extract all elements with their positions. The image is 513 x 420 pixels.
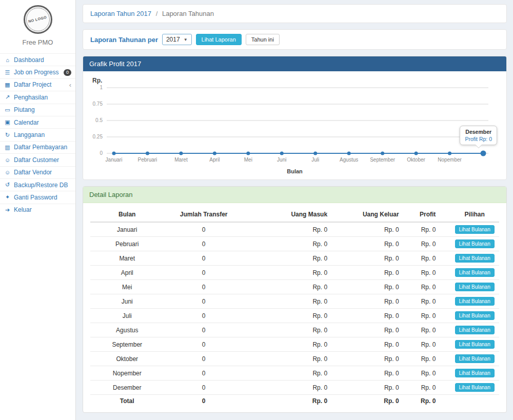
lihat-bulanan-button[interactable]: Lihat Bulanan — [455, 311, 495, 320]
data-point[interactable] — [347, 152, 351, 155]
sidebar-item-daftar-project[interactable]: ▦ Daftar Project ‹ — [0, 78, 75, 91]
profit-chart-svg: 00.250.50.751Rp.JanuariPebruariMaretApri… — [88, 75, 501, 167]
sidebar-item-langganan[interactable]: ↻ Langganan — [0, 128, 75, 141]
cell-jumlah: 0 — [164, 222, 243, 237]
lihat-bulanan-button[interactable]: Lihat Bulanan — [455, 369, 495, 377]
sidebar-item-keluar[interactable]: ➔ Keluar — [0, 204, 75, 216]
table-total-row: Total 0 Rp. 0 Rp. 0 Rp. 0 — [90, 395, 499, 408]
chart-line-icon: ↗ — [4, 94, 11, 101]
data-point[interactable] — [112, 152, 116, 155]
cell-jumlah: 0 — [164, 337, 243, 352]
chart-x-axis-label: Bulan — [88, 168, 501, 174]
cell-profit: Rp. 0 — [413, 337, 450, 352]
cell-jumlah: 0 — [164, 366, 243, 381]
sidebar-item-penghasilan[interactable]: ↗ Penghasilan — [0, 91, 75, 103]
detail-table-wrap: Bulan Jumlah Transfer Uang Masuk Uang Ke… — [83, 203, 506, 412]
users-icon: ☺ — [4, 169, 11, 175]
data-point[interactable] — [415, 152, 418, 155]
data-point[interactable] — [213, 152, 216, 155]
cell-bulan: Maret — [90, 251, 164, 266]
lihat-bulanan-button[interactable]: Lihat Bulanan — [455, 254, 495, 263]
total-jumlah: 0 — [164, 395, 243, 408]
col-uang-keluar: Uang Keluar — [342, 207, 413, 222]
dashboard-icon: ⌂ — [4, 57, 11, 63]
year-select[interactable]: 2017 ▼ — [162, 34, 192, 45]
detail-panel-title: Detail Laporan — [83, 187, 506, 203]
cell-bulan: Juli — [90, 309, 164, 323]
sidebar-item-piutang[interactable]: ▭ Piutang — [0, 104, 75, 116]
cell-jumlah: 0 — [164, 294, 243, 309]
cell-masuk: Rp. 0 — [244, 266, 342, 280]
data-point[interactable] — [246, 152, 250, 155]
month-label: April — [209, 157, 220, 163]
tahun-ini-button[interactable]: Tahun ini — [246, 34, 280, 45]
month-label: Oktober — [407, 157, 425, 163]
month-label: Juni — [277, 157, 286, 163]
data-point[interactable] — [381, 152, 384, 155]
sidebar-item-backup-restore-db[interactable]: ↺ Backup/Restore DB — [0, 178, 75, 191]
sidebar-item-daftar-vendor[interactable]: ☺ Daftar Vendor — [0, 166, 75, 178]
sidebar-menu: ⌂ Dashboard ☰ Job on Progress 0 ▦ Daftar… — [0, 53, 75, 216]
sidebar-item-job-on-progress[interactable]: ☰ Job on Progress 0 — [0, 66, 75, 78]
credit-card-icon: ▥ — [4, 144, 11, 151]
lihat-bulanan-button[interactable]: Lihat Bulanan — [455, 354, 495, 363]
y-tick-label: 1 — [100, 85, 103, 90]
data-point[interactable] — [313, 152, 317, 155]
month-label: September — [370, 157, 396, 163]
lihat-bulanan-button[interactable]: Lihat Bulanan — [455, 225, 495, 234]
cell-jumlah: 0 — [164, 352, 243, 366]
main-content: Laporan Tahun 2017 / Laporan Tahunan Lap… — [76, 0, 513, 420]
cell-bulan: Nopember — [90, 366, 164, 381]
chart-tooltip-title: Desember — [465, 129, 492, 135]
data-point[interactable] — [280, 152, 284, 155]
cell-jumlah: 0 — [164, 309, 243, 323]
cell-profit: Rp. 0 — [413, 280, 450, 294]
cell-keluar: Rp. 0 — [342, 337, 413, 352]
lihat-bulanan-button[interactable]: Lihat Bulanan — [455, 268, 495, 277]
breadcrumb-current: Laporan Tahunan — [162, 10, 214, 17]
sidebar-item-ganti-password[interactable]: ✦ Ganti Password — [0, 191, 75, 203]
sidebar-item-calendar[interactable]: ▣ Calendar — [0, 116, 75, 128]
breadcrumb-link-laporan-tahun[interactable]: Laporan Tahun 2017 — [90, 10, 151, 17]
sidebar-item-daftar-customer[interactable]: ☺ Daftar Customer — [0, 153, 75, 166]
cell-masuk: Rp. 0 — [244, 323, 342, 337]
cell-masuk: Rp. 0 — [244, 222, 342, 237]
cell-jumlah: 0 — [164, 237, 243, 251]
month-label: Januari — [106, 157, 123, 163]
col-pilihan: Pilihan — [450, 207, 499, 222]
filter-label: Laporan Tahunan per — [90, 36, 158, 44]
lock-icon: ✦ — [4, 194, 11, 201]
sidebar-item-dashboard[interactable]: ⌂ Dashboard — [0, 53, 75, 66]
data-point[interactable] — [448, 152, 451, 155]
cell-profit: Rp. 0 — [413, 323, 450, 337]
total-masuk: Rp. 0 — [244, 395, 342, 408]
lihat-bulanan-button[interactable]: Lihat Bulanan — [455, 340, 495, 349]
cell-bulan: April — [90, 266, 164, 280]
year-select-value: 2017 — [166, 36, 180, 43]
table-row: Mei 0 Rp. 0 Rp. 0 Rp. 0 Lihat Bulanan — [90, 280, 499, 294]
cell-keluar: Rp. 0 — [342, 237, 413, 251]
cell-masuk: Rp. 0 — [244, 237, 342, 251]
lihat-laporan-button[interactable]: Lihat Laporan — [196, 34, 242, 45]
cell-bulan: Mei — [90, 280, 164, 294]
data-point[interactable] — [481, 151, 486, 156]
lihat-bulanan-button[interactable]: Lihat Bulanan — [455, 283, 495, 291]
data-point[interactable] — [179, 152, 183, 155]
sidebar-item-daftar-pembayaran[interactable]: ▥ Daftar Pembayaran — [0, 141, 75, 153]
table-row: September 0 Rp. 0 Rp. 0 Rp. 0 Lihat Bula… — [90, 337, 499, 352]
table-row: Januari 0 Rp. 0 Rp. 0 Rp. 0 Lihat Bulana… — [90, 222, 499, 237]
data-point[interactable] — [146, 152, 149, 155]
lihat-bulanan-button[interactable]: Lihat Bulanan — [455, 297, 495, 306]
breadcrumb: Laporan Tahun 2017 / Laporan Tahunan — [83, 4, 507, 23]
lihat-bulanan-button[interactable]: Lihat Bulanan — [455, 383, 495, 392]
cell-profit: Rp. 0 — [413, 266, 450, 280]
lihat-bulanan-button[interactable]: Lihat Bulanan — [455, 239, 495, 248]
lihat-bulanan-button[interactable]: Lihat Bulanan — [455, 326, 495, 334]
cell-keluar: Rp. 0 — [342, 366, 413, 381]
cell-keluar: Rp. 0 — [342, 294, 413, 309]
chart-panel-title: Grafik Profit 2017 — [83, 56, 506, 71]
money-icon: ▭ — [4, 107, 11, 113]
table-icon: ▦ — [4, 82, 11, 88]
total-label: Total — [90, 395, 164, 408]
y-tick-label: 0.25 — [93, 134, 103, 139]
